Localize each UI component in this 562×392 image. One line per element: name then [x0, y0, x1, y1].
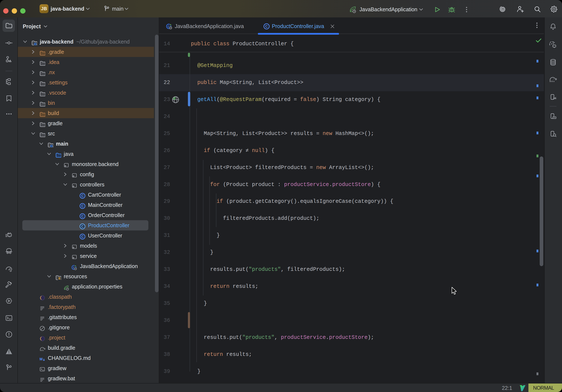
svg-text:C: C [265, 24, 268, 28]
svg-text:C: C [81, 214, 84, 218]
svg-text:C: C [81, 225, 84, 228]
svg-text:C: C [81, 235, 84, 238]
svg-text:C: C [81, 204, 84, 208]
svg-text:C: C [81, 194, 84, 198]
svg-text:M: M [40, 357, 43, 361]
